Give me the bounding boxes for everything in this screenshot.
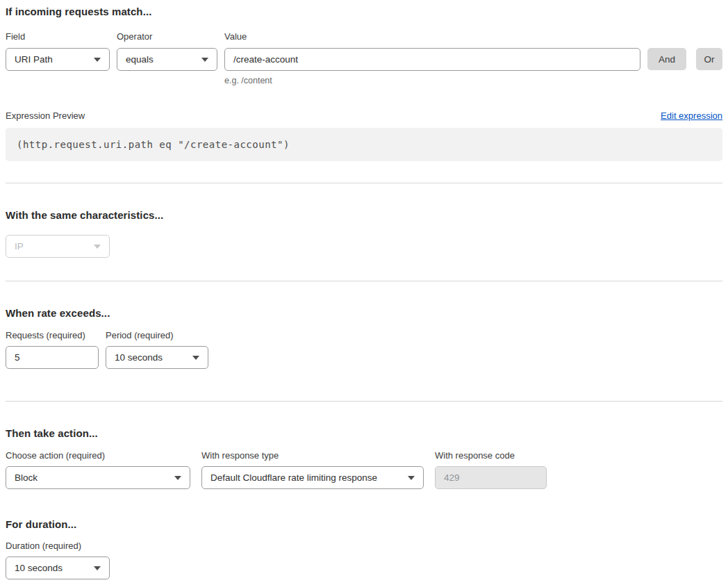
value-hint: e.g. /content xyxy=(224,76,640,85)
value-label: Value xyxy=(224,31,640,42)
action-controls-row: Block Default Cloudflare rate limiting r… xyxy=(6,466,722,489)
characteristics-select: IP xyxy=(6,235,110,258)
period-select-cell: 10 seconds xyxy=(106,346,208,369)
choose-action-select-value: Block xyxy=(15,472,38,483)
duration-label: Duration (required) xyxy=(6,541,722,551)
caret-down-icon xyxy=(94,245,101,249)
section-action: Then take action... Choose action (requi… xyxy=(6,427,722,489)
section-divider xyxy=(6,183,722,183)
field-select-value: URI Path xyxy=(15,54,53,65)
expression-preview-label: Expression Preview xyxy=(6,110,85,121)
requests-label-cell: Requests (required) xyxy=(6,330,99,340)
and-button[interactable]: And xyxy=(647,48,686,70)
match-rule-row: Field URI Path Operator equals Value e.g… xyxy=(6,31,722,85)
response-type-label: With response type xyxy=(201,450,424,461)
section-characteristics: With the same characteristics... IP xyxy=(6,209,722,258)
caret-down-icon xyxy=(174,476,181,480)
characteristics-select-value: IP xyxy=(15,241,24,252)
section-heading-rate: When rate exceeds... xyxy=(6,307,722,319)
response-code-label-cell: With response code xyxy=(435,450,547,461)
or-button[interactable]: Or xyxy=(696,48,722,70)
duration-select[interactable]: 10 seconds xyxy=(6,557,110,579)
value-group: Value e.g. /content xyxy=(224,31,640,85)
caret-down-icon xyxy=(408,476,415,480)
section-heading-action: Then take action... xyxy=(6,427,722,439)
field-select[interactable]: URI Path xyxy=(6,48,110,71)
caret-down-icon xyxy=(94,58,101,62)
field-label: Field xyxy=(6,31,110,42)
operator-select-value: equals xyxy=(126,54,154,65)
requests-label: Requests (required) xyxy=(6,330,99,340)
operator-label: Operator xyxy=(117,31,217,42)
caret-down-icon xyxy=(94,566,101,570)
requests-input[interactable] xyxy=(6,346,99,369)
period-label-cell: Period (required) xyxy=(106,330,208,340)
operator-group: Operator equals xyxy=(117,31,217,71)
edit-expression-link[interactable]: Edit expression xyxy=(661,110,722,121)
section-incoming-requests: If incoming requests match... Field URI … xyxy=(6,6,722,161)
requests-input-cell xyxy=(6,346,99,369)
operator-select[interactable]: equals xyxy=(117,48,217,71)
response-code-label: With response code xyxy=(435,450,547,461)
expression-preview-header: Expression Preview Edit expression xyxy=(6,110,722,121)
section-duration: For duration... Duration (required) 10 s… xyxy=(6,518,722,579)
response-type-select[interactable]: Default Cloudflare rate limiting respons… xyxy=(201,466,424,489)
response-code-input-cell xyxy=(435,466,547,489)
caret-down-icon xyxy=(201,58,208,62)
response-code-input xyxy=(435,466,547,489)
choose-action-select-cell: Block xyxy=(6,466,190,489)
response-type-select-cell: Default Cloudflare rate limiting respons… xyxy=(201,466,424,489)
field-group: Field URI Path xyxy=(6,31,110,71)
choose-action-label-cell: Choose action (required) xyxy=(6,450,190,461)
response-type-select-value: Default Cloudflare rate limiting respons… xyxy=(210,472,377,483)
section-heading-characteristics: With the same characteristics... xyxy=(6,209,722,221)
section-heading-duration: For duration... xyxy=(6,518,722,530)
period-select[interactable]: 10 seconds xyxy=(106,346,208,369)
section-divider xyxy=(6,281,722,281)
caret-down-icon xyxy=(192,356,199,360)
expression-preview-code: (http.request.uri.path eq "/create-accou… xyxy=(6,128,722,161)
rate-controls-row: 10 seconds xyxy=(6,346,722,369)
choose-action-select[interactable]: Block xyxy=(6,466,190,489)
section-heading-match: If incoming requests match... xyxy=(6,6,722,17)
rate-labels-row: Requests (required) Period (required) xyxy=(6,330,722,340)
choose-action-label: Choose action (required) xyxy=(6,450,190,461)
section-divider xyxy=(6,401,722,402)
value-input[interactable] xyxy=(224,48,640,71)
period-select-value: 10 seconds xyxy=(115,352,163,363)
action-labels-row: Choose action (required) With response t… xyxy=(6,450,722,461)
period-label: Period (required) xyxy=(106,330,208,340)
section-rate: When rate exceeds... Requests (required)… xyxy=(6,307,722,369)
duration-select-value: 10 seconds xyxy=(15,563,63,573)
response-type-label-cell: With response type xyxy=(201,450,424,461)
